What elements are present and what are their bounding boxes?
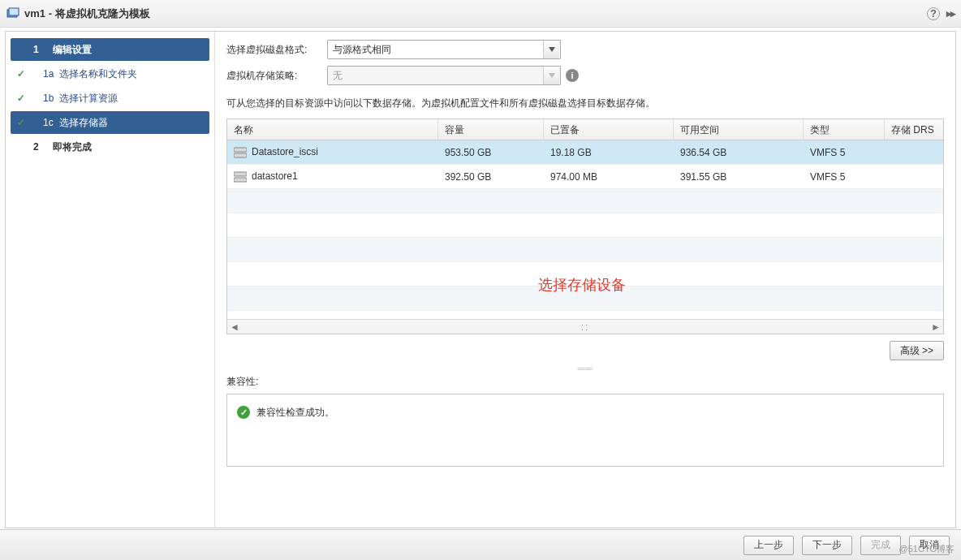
titlebar: vm1 - 将虚拟机克隆为模板 ? ▸▸ bbox=[0, 0, 961, 28]
instruction-text: 可从您选择的目标资源中访问以下数据存储。为虚拟机配置文件和所有虚拟磁盘选择目标数… bbox=[226, 97, 944, 110]
wizard-footer: 上一步 下一步 完成 取消 bbox=[0, 529, 961, 560]
table-row bbox=[227, 238, 943, 262]
table-row bbox=[227, 262, 943, 286]
scroll-track[interactable]: :: bbox=[242, 321, 929, 333]
cancel-button[interactable]: 取消 bbox=[909, 536, 950, 555]
vm-icon bbox=[6, 7, 19, 20]
next-button[interactable]: 下一步 bbox=[802, 536, 852, 555]
info-icon[interactable]: i bbox=[566, 69, 579, 82]
wizard-body: ✓1编辑设置 ✓1a选择名称和文件夹 ✓1b选择计算资源 ✓1c选择存储器 ✓2… bbox=[5, 31, 956, 528]
svg-rect-1 bbox=[9, 8, 19, 15]
datastore-icon bbox=[234, 171, 247, 183]
scroll-left-icon[interactable]: ◄ bbox=[227, 321, 242, 334]
th-free[interactable]: 可用空间 bbox=[674, 119, 804, 140]
step-2[interactable]: ✓2即将完成 bbox=[11, 136, 209, 158]
storage-policy-label: 虚拟机存储策略: bbox=[226, 69, 327, 83]
svg-rect-2 bbox=[234, 148, 247, 152]
svg-rect-5 bbox=[234, 178, 247, 182]
help-icon[interactable]: ? bbox=[927, 7, 940, 20]
datastore-icon bbox=[234, 147, 247, 158]
table-row[interactable]: datastore1 392.50 GB 974.00 MB 391.55 GB… bbox=[227, 165, 943, 189]
success-icon: ✓ bbox=[237, 406, 250, 419]
disk-format-label: 选择虚拟磁盘格式: bbox=[226, 43, 327, 57]
chevron-down-icon bbox=[543, 41, 559, 58]
th-provisioned[interactable]: 已置备 bbox=[544, 119, 674, 140]
table-row bbox=[227, 286, 943, 311]
th-name[interactable]: 名称 bbox=[227, 119, 438, 140]
svg-rect-3 bbox=[234, 153, 247, 157]
storage-policy-dropdown[interactable]: 无 bbox=[327, 66, 561, 85]
expand-icon[interactable]: ▸▸ bbox=[946, 7, 955, 19]
compatibility-box: ✓ 兼容性检查成功。 bbox=[226, 394, 944, 467]
chevron-down-icon bbox=[543, 67, 559, 84]
finish-button: 完成 bbox=[860, 536, 901, 555]
storage-policy-value: 无 bbox=[333, 69, 343, 83]
table-row[interactable]: Datastore_iscsi 953.50 GB 19.18 GB 936.5… bbox=[227, 140, 943, 165]
wizard-sidebar: ✓1编辑设置 ✓1a选择名称和文件夹 ✓1b选择计算资源 ✓1c选择存储器 ✓2… bbox=[6, 32, 215, 528]
advanced-button[interactable]: 高级 >> bbox=[890, 341, 944, 360]
scroll-right-icon[interactable]: ► bbox=[929, 321, 943, 334]
table-header: 名称 容量 已置备 可用空间 类型 存储 DRS bbox=[227, 119, 943, 140]
step-1c[interactable]: ✓1c选择存储器 bbox=[11, 111, 209, 134]
table-row bbox=[227, 213, 943, 238]
step-1a[interactable]: ✓1a选择名称和文件夹 bbox=[11, 62, 209, 85]
back-button[interactable]: 上一步 bbox=[743, 536, 794, 555]
th-capacity[interactable]: 容量 bbox=[438, 119, 544, 140]
horizontal-scrollbar[interactable]: ◄ :: ► bbox=[227, 319, 943, 334]
datastore-table: 名称 容量 已置备 可用空间 类型 存储 DRS Datastore_iscsi… bbox=[226, 118, 944, 334]
wizard-content: 选择虚拟磁盘格式: 与源格式相同 虚拟机存储策略: 无 i 可从您选择的目标资源… bbox=[215, 32, 955, 528]
compatibility-message: 兼容性检查成功。 bbox=[256, 406, 334, 420]
splitter-handle[interactable]: ══ bbox=[226, 365, 944, 372]
compatibility-label: 兼容性: bbox=[226, 375, 944, 389]
disk-format-dropdown[interactable]: 与源格式相同 bbox=[327, 40, 561, 59]
disk-format-value: 与源格式相同 bbox=[333, 43, 391, 57]
table-body: Datastore_iscsi 953.50 GB 19.18 GB 936.5… bbox=[227, 140, 943, 319]
svg-rect-4 bbox=[234, 172, 247, 176]
step-1b[interactable]: ✓1b选择计算资源 bbox=[11, 87, 209, 110]
table-row bbox=[227, 189, 943, 213]
window-title: vm1 - 将虚拟机克隆为模板 bbox=[24, 6, 150, 21]
th-type[interactable]: 类型 bbox=[804, 119, 885, 140]
step-1[interactable]: ✓1编辑设置 bbox=[11, 38, 209, 61]
th-drs[interactable]: 存储 DRS bbox=[885, 119, 943, 140]
